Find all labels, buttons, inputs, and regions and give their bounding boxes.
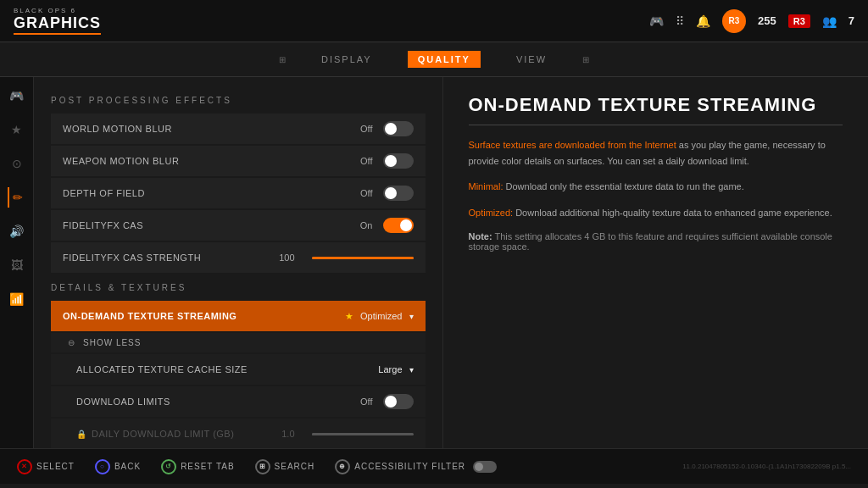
toggle-download-limits[interactable] (383, 394, 414, 409)
details-textures-title: DETAILS & TEXTURES (51, 283, 426, 292)
right-panel-title: On-Demand Texture Streaming (469, 94, 843, 125)
row-world-motion-blur[interactable]: World Motion Blur Off (51, 114, 426, 144)
dropdown-texture-cache[interactable]: Large ▾ (378, 364, 413, 374)
label-world-motion-blur: World Motion Blur (63, 124, 360, 134)
label-fidelityfx-cas: FIDELITYFX CAS (63, 220, 360, 230)
accessibility-toggle[interactable] (473, 461, 497, 473)
value-daily-download-limit: 1.0 (281, 429, 294, 439)
btn-back[interactable]: ○ BACK (95, 459, 141, 474)
reset-circle-icon: ↺ (161, 459, 176, 474)
note-label: Note: (469, 231, 492, 241)
desc-intro-orange: Surface textures are downloaded from the… (469, 140, 676, 150)
version-text: 11.0.21047805152-0.10340-(1.1A1h17308220… (682, 463, 851, 470)
search-circle-icon: ⊞ (255, 459, 270, 474)
label-allocated-texture-cache: Allocated Texture Cache Size (76, 364, 378, 374)
row-download-limits[interactable]: Download Limits Off (51, 386, 426, 417)
player-count: 7 (849, 14, 854, 27)
right-panel: On-Demand Texture Streaming Surface text… (442, 77, 869, 448)
btn-search-label: SEARCH (275, 462, 315, 471)
btn-back-label: BACK (114, 462, 141, 471)
dropdown-on-demand-value: Optimized (360, 311, 403, 321)
row-on-demand-texture-streaming[interactable]: On-Demand Texture Streaming ★ Optimized … (51, 301, 426, 331)
settings-panel: POST PROCESSING EFFECTS World Motion Blu… (34, 77, 442, 448)
chevron-down-icon: ▾ (409, 312, 414, 321)
avatar: R3 (722, 9, 746, 33)
value-download-limits: Off (360, 396, 372, 407)
players-icon: 👥 (822, 14, 837, 28)
btn-search[interactable]: ⊞ SEARCH (255, 459, 315, 474)
slider-cas-strength-container: 100 (279, 252, 413, 263)
sidebar-speaker-icon[interactable]: 🔊 (6, 221, 27, 241)
chevron-texture-cache-icon: ▾ (409, 365, 414, 374)
row-depth-of-field[interactable]: Depth of Field Off (51, 178, 426, 208)
select-circle-icon: ✕ (17, 459, 32, 474)
sidebar-gamepad-icon[interactable]: 🎮 (6, 86, 27, 106)
logo-underline (14, 33, 101, 35)
bell-icon[interactable]: 🔔 (696, 14, 710, 28)
value-world-motion-blur: Off (360, 124, 372, 134)
toggle-fidelityfx-cas[interactable] (383, 218, 414, 233)
slider-daily-limit-container: 1.0 (281, 429, 413, 439)
main-layout: 🎮 ★ ⊙ ✏ 🔊 🖼 📶 POST PROCESSING EFFECTS Wo… (0, 77, 868, 448)
value-fidelityfx-cas-strength: 100 (279, 252, 294, 263)
show-less-label: Show Less (83, 338, 141, 347)
nav-tabs: ⊞ DISPLAY QUALITY VIEW ⊞ (0, 42, 868, 77)
tab-quality[interactable]: QUALITY (408, 51, 481, 68)
row-fidelityfx-cas-strength[interactable]: FIDELITYFX CAS Strength 100 (51, 242, 426, 273)
value-fidelityfx-cas: On (360, 220, 373, 230)
slider-cas-strength-track[interactable] (312, 257, 414, 259)
tab-view[interactable]: VIEW (506, 51, 557, 68)
toggle-weapon-motion-blur[interactable] (383, 153, 414, 169)
desc-note: Note: This setting allocates 4 GB to thi… (469, 231, 843, 252)
score-display: 255 (758, 14, 776, 27)
top-bar-right: 🎮 ⠿ 🔔 R3 255 R3 👥 7 (649, 9, 854, 33)
row-daily-download-limit: 🔒 Daily Download Limit (GB) 1.0 (51, 419, 426, 448)
row-fidelityfx-cas[interactable]: FIDELITYFX CAS On (51, 210, 426, 241)
logo-area: BLACK OPS 6 GRAPHICS (14, 7, 101, 35)
optimized-label: Optimized: (469, 208, 514, 218)
show-less-row[interactable]: ⊖ Show Less (51, 333, 426, 352)
grid-icon[interactable]: ⠿ (676, 14, 684, 28)
lock-icon: 🔒 (76, 430, 86, 439)
minimal-desc: Download only the essential texture data… (503, 181, 743, 191)
label-fidelityfx-cas-strength: FIDELITYFX CAS Strength (63, 252, 279, 263)
show-less-circle-icon: ⊖ (68, 338, 75, 347)
value-weapon-motion-blur: Off (360, 156, 372, 166)
row-weapon-motion-blur[interactable]: Weapon Motion Blur Off (51, 146, 426, 176)
post-processing-title: POST PROCESSING EFFECTS (51, 96, 426, 105)
desc-minimal: Minimal: Download only the essential tex… (469, 179, 843, 195)
optimized-desc: Download additional high-quality texture… (513, 208, 832, 218)
sidebar-controller-icon[interactable]: ⊙ (8, 153, 25, 174)
minimal-label: Minimal: (469, 181, 504, 191)
note-desc: This setting allocates 4 GB to this feat… (469, 231, 832, 252)
desc-optimized: Optimized: Download additional high-qual… (469, 205, 843, 221)
view-tab-icon: ⊞ (582, 55, 589, 64)
dropdown-on-demand[interactable]: Optimized ▾ (360, 311, 414, 321)
label-download-limits: Download Limits (76, 396, 360, 407)
rank-badge: R3 (788, 14, 810, 28)
game-title: BLACK OPS 6 (14, 7, 101, 14)
toggle-world-motion-blur[interactable] (383, 121, 414, 136)
btn-accessibility[interactable]: ⊕ ACCESSIBILITY FILTER (335, 459, 497, 474)
back-circle-icon: ○ (95, 459, 110, 474)
accessibility-toggle-thumb (475, 463, 483, 471)
sidebar-image-icon[interactable]: 🖼 (8, 255, 26, 275)
display-tab-icon: ⊞ (279, 55, 286, 64)
sidebar-star-icon[interactable]: ★ (8, 119, 25, 140)
btn-accessibility-label: ACCESSIBILITY FILTER (354, 462, 465, 471)
dropdown-texture-cache-value: Large (378, 364, 402, 374)
btn-select[interactable]: ✕ SELECT (17, 459, 75, 474)
tab-display[interactable]: DISPLAY (311, 51, 382, 68)
label-weapon-motion-blur: Weapon Motion Blur (63, 156, 360, 166)
starred-icon: ★ (345, 311, 353, 322)
btn-reset-tab[interactable]: ↺ RESET TAB (161, 459, 234, 474)
sidebar-wifi-icon[interactable]: 📶 (6, 289, 27, 309)
desc-intro: Surface textures are downloaded from the… (469, 137, 843, 169)
row-allocated-texture-cache[interactable]: Allocated Texture Cache Size Large ▾ (51, 354, 426, 385)
controller-icon[interactable]: 🎮 (649, 14, 664, 28)
sidebar-brush-icon[interactable]: ✏ (8, 187, 26, 208)
section-title: GRAPHICS (14, 14, 101, 32)
sidebar-icons: 🎮 ★ ⊙ ✏ 🔊 🖼 📶 (0, 77, 34, 448)
toggle-depth-of-field[interactable] (383, 186, 414, 201)
btn-select-label: SELECT (36, 462, 75, 471)
